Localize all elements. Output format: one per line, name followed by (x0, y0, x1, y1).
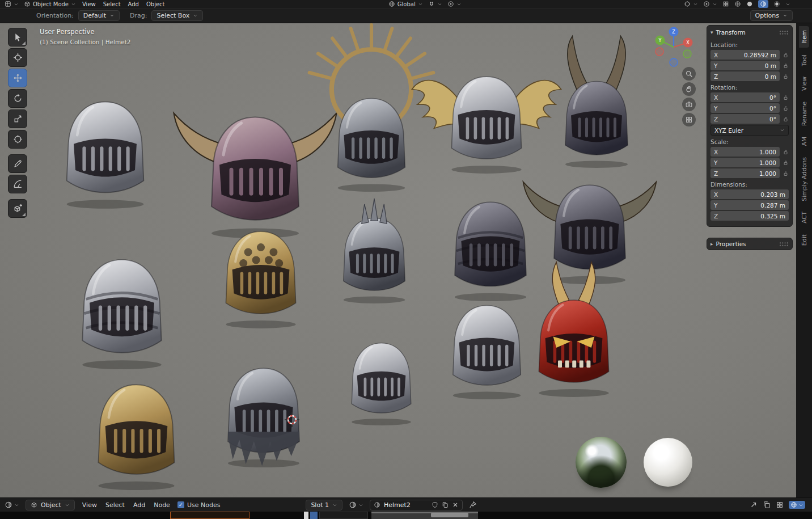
tool-move[interactable] (8, 69, 27, 87)
transform-orientation-select[interactable]: Global (388, 1, 423, 7)
tab-rename[interactable]: Rename (799, 98, 809, 130)
shading-material-preview-button[interactable] (758, 0, 768, 8)
rotation-mode-select[interactable]: XYZ Euler (710, 125, 789, 136)
helmet-knight-helm[interactable] (53, 93, 158, 209)
show-gizmo-toggle[interactable] (684, 1, 698, 7)
helmet-ornate-helm[interactable] (84, 376, 188, 490)
images-icon[interactable] (763, 501, 771, 509)
editor-type-selector[interactable] (5, 1, 19, 7)
dimensions-z-field[interactable]: Z0.325 m (710, 211, 789, 221)
location-z-field[interactable]: Z0 m (710, 71, 780, 81)
tab-tool[interactable]: Tool (799, 50, 809, 70)
browse-material-button[interactable] (349, 501, 363, 509)
transform-panel-header[interactable]: ▾ Transform (710, 27, 789, 39)
location-x-field[interactable]: X0.28592 m (710, 50, 780, 60)
helmet-round-horned-helm[interactable] (196, 107, 315, 238)
overlays-toggle[interactable] (703, 1, 717, 7)
snap-grid-icon[interactable] (776, 501, 784, 509)
use-nodes-toggle[interactable]: ✓ Use Nodes (177, 501, 221, 509)
zoom-button[interactable] (682, 67, 696, 81)
lock-icon[interactable] (783, 94, 789, 101)
helmet-tall-horned-helm[interactable] (554, 74, 639, 168)
lock-icon[interactable] (783, 159, 789, 166)
helmet-halo-spike-helm[interactable] (325, 91, 417, 192)
gizmo-neg-x[interactable] (655, 48, 663, 56)
lock-icon[interactable] (783, 105, 789, 112)
panel-grip[interactable] (779, 30, 789, 35)
tab-am[interactable]: AM (799, 133, 809, 150)
orientation-dropdown[interactable]: Default (78, 10, 120, 21)
gizmo-neg-y[interactable] (683, 50, 691, 58)
tool-rotate[interactable] (8, 89, 27, 108)
dimensions-x-field[interactable]: X0.203 m (710, 189, 789, 199)
panel-grip[interactable] (779, 242, 789, 247)
menu-select[interactable]: Select (102, 1, 122, 7)
tool-measure[interactable] (8, 175, 27, 193)
camera-view-button[interactable] (682, 98, 696, 111)
shading-solid-icon[interactable] (746, 1, 753, 7)
proportional-edit-toggle[interactable] (447, 1, 462, 7)
snap-toggle[interactable] (428, 1, 442, 7)
shading-wireframe-icon[interactable] (734, 1, 741, 7)
helmet-oni-mask-helm[interactable] (526, 292, 621, 397)
ortho-toggle-button[interactable] (682, 113, 696, 126)
scale-x-field[interactable]: X1.000 (710, 147, 780, 157)
gizmo-neg-z[interactable] (670, 58, 678, 66)
arrow-upright-icon[interactable] (750, 501, 758, 509)
tab-simply-addons[interactable]: Simply Addons (799, 153, 809, 205)
menu-select-shader[interactable]: Select (104, 501, 126, 509)
menu-add-shader[interactable]: Add (132, 501, 146, 509)
menu-object[interactable]: Object (145, 1, 166, 7)
helmet-hooded-helm[interactable] (442, 194, 539, 301)
properties-panel-header[interactable]: ▸ Properties (707, 238, 793, 250)
helmet-sallet-helm[interactable] (441, 298, 533, 399)
world-preview-button[interactable] (789, 501, 805, 509)
lock-icon[interactable] (783, 170, 789, 177)
helmet-winged-helm[interactable] (439, 69, 534, 174)
tool-scale[interactable] (8, 109, 27, 128)
shader-type-select[interactable]: Object (26, 500, 75, 510)
scale-y-field[interactable]: Y1.000 (710, 158, 780, 167)
chevron-down-icon[interactable] (785, 2, 790, 7)
options-dropdown[interactable]: Options (750, 10, 793, 21)
preview-sphere-hdri[interactable] (576, 437, 627, 488)
unlink-x-icon[interactable] (452, 501, 459, 508)
lock-icon[interactable] (783, 149, 789, 155)
viewport-3d[interactable]: User Perspective (1) Scene Collection | … (0, 23, 796, 497)
helmet-slit-visor-helm[interactable] (68, 251, 176, 369)
tab-item[interactable]: Item (799, 26, 809, 48)
tab-act[interactable]: ACT (799, 208, 809, 227)
material-slot-select[interactable]: Slot 1 (306, 500, 342, 510)
lock-icon[interactable] (783, 62, 789, 69)
tool-add-cube[interactable] (8, 199, 27, 218)
helmet-barbute-helm[interactable] (341, 336, 422, 425)
material-name-field[interactable]: Helmet2 (370, 500, 463, 510)
scale-z-field[interactable]: Z1.000 (710, 168, 780, 178)
lock-icon[interactable] (783, 73, 789, 80)
editor-type-button[interactable] (5, 501, 19, 509)
rotation-x-field[interactable]: X0° (710, 92, 780, 102)
xray-icon[interactable] (722, 1, 729, 7)
shading-rendered-icon[interactable] (773, 1, 780, 7)
pan-button[interactable] (682, 82, 696, 96)
helmet-perforated-helm[interactable] (213, 223, 308, 328)
tool-select-box[interactable] (8, 28, 27, 47)
pin-icon[interactable] (469, 501, 477, 509)
menu-view-shader[interactable]: View (81, 501, 98, 509)
menu-node[interactable]: Node (153, 501, 171, 509)
menu-add[interactable]: Add (127, 1, 140, 7)
lock-icon[interactable] (783, 52, 789, 58)
menu-view[interactable]: View (81, 1, 97, 7)
fake-user-shield-icon[interactable] (432, 501, 438, 508)
tool-annotate[interactable] (8, 154, 27, 173)
tool-transform[interactable] (8, 130, 27, 149)
mode-select[interactable]: Object Mode (24, 1, 76, 7)
preview-sphere-white[interactable] (644, 438, 692, 487)
lock-icon[interactable] (783, 116, 789, 123)
dimensions-y-field[interactable]: Y0.287 m (710, 200, 789, 210)
new-material-copy-icon[interactable] (442, 501, 449, 508)
location-y-field[interactable]: Y0 m (710, 61, 780, 70)
tab-edit[interactable]: Edit (799, 230, 809, 250)
helmet-spiked-sallet[interactable] (332, 211, 416, 303)
tool-cursor[interactable] (8, 48, 27, 67)
